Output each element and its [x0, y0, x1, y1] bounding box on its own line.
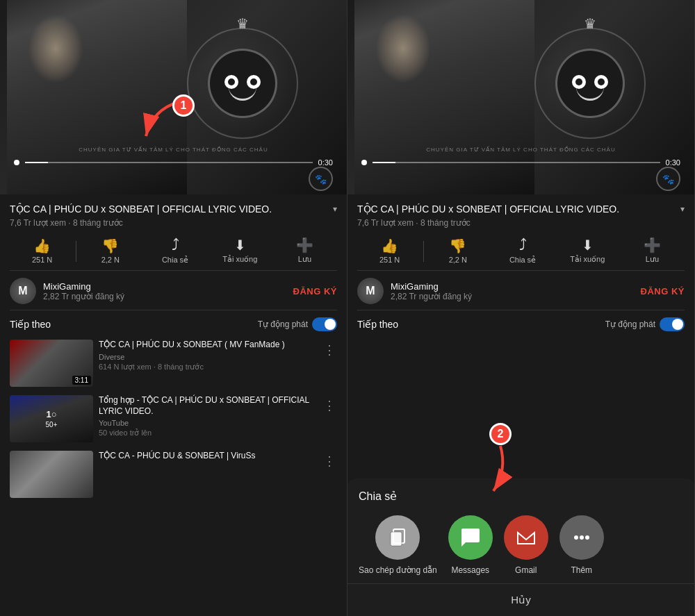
left-video-title: TỘC CA | PHÚC DU x SONBEAT | OFFICIAL LY… — [10, 203, 333, 215]
left-like-icon: 👍 — [33, 239, 51, 253]
gmail-label: Gmail — [515, 565, 537, 575]
left-watermark: CHUYÊN GIA TƯ VẤN TÂM LÝ CHO THÁT ĐỒNG C… — [79, 147, 268, 153]
left-channel-row: M MixiGaming 2,82 Tr người đăng ký ĐĂNG … — [10, 271, 337, 310]
right-video-thumbnail: ♛ CHUYÊN GIA TƯ VẤN TÂM LÝ CHO THÁT ĐỒNG… — [348, 0, 694, 194]
left-item-info-2: Tổng hợp - TỘC CA | PHÚC DU x SONBEAT | … — [99, 395, 316, 442]
left-video-meta: 7,6 Tr lượt xem · 8 tháng trước — [10, 218, 337, 228]
left-item-info-1: TỘC CA | PHÚC DU x SONBEAT ( MV FanMade … — [99, 340, 316, 387]
left-like-btn[interactable]: 👍 251 N — [10, 239, 74, 264]
left-download-icon: ⬇ — [234, 238, 246, 252]
right-dislike-label: 2,2 N — [449, 256, 467, 264]
right-watermark: CHUYÊN GIA TƯ VẤN TÂM LÝ CHO THÁT ĐỒNG C… — [426, 147, 615, 153]
left-share-btn[interactable]: ⤴ Chia sẻ — [142, 238, 207, 265]
left-save-icon: ➕ — [296, 238, 313, 252]
left-video-list: 3:11 TỘC CA | PHÚC DU x SONBEAT ( MV Fan… — [10, 335, 337, 616]
share-messages-btn[interactable]: Messages — [448, 515, 493, 575]
more-icon — [559, 515, 604, 560]
left-auto-label: Tự động phát — [258, 319, 308, 329]
right-download-btn[interactable]: ⬇ Tải xuống — [555, 238, 620, 264]
left-item-menu-1[interactable]: ⋮ — [322, 340, 337, 358]
right-autoplay-row: Tự động phát — [605, 317, 685, 331]
left-expand-btn[interactable]: ▾ — [333, 204, 337, 214]
list-item[interactable]: 3:11 TỘC CA | PHÚC DU x SONBEAT ( MV Fan… — [10, 335, 337, 391]
left-channel-avatar[interactable]: M — [10, 278, 36, 304]
right-like-btn[interactable]: 👍 251 N — [357, 239, 422, 264]
right-autoplay-toggle[interactable] — [660, 317, 685, 331]
left-save-label: Lưu — [298, 255, 311, 264]
left-item-meta-1: 614 N lượt xem · 8 tháng trước — [99, 363, 313, 372]
left-item-title-1: TỘC CA | PHÚC DU x SONBEAT ( MV FanMade … — [99, 340, 313, 351]
left-dislike-label: 2,2 N — [101, 256, 120, 264]
left-item-meta-2: 50 video trở lên — [99, 428, 313, 438]
left-item-menu-2[interactable]: ⋮ — [322, 395, 337, 413]
right-download-icon: ⬇ — [582, 238, 594, 252]
copy-icon — [375, 515, 420, 560]
right-download-label: Tải xuống — [570, 255, 605, 264]
right-expand-btn[interactable]: ▾ — [680, 204, 685, 214]
messages-icon — [448, 515, 493, 560]
right-auto-label: Tự động phát — [605, 319, 655, 329]
left-next-section: Tiếp theo Tự động phát — [10, 310, 337, 335]
right-channel-subs: 2,82 Tr người đăng ký — [391, 292, 641, 301]
right-channel-info: MixiGaming 2,82 Tr người đăng ký — [391, 281, 641, 301]
right-subscribe-btn[interactable]: ĐĂNG KÝ — [641, 286, 685, 297]
right-channel-name: MixiGaming — [391, 281, 641, 292]
right-mascot-bottom: 🐾 — [656, 167, 680, 191]
svg-rect-3 — [391, 532, 402, 546]
left-mascot-bottom: 🐾 — [309, 167, 333, 191]
right-dislike-icon: 👎 — [449, 239, 466, 253]
left-thumb-2: 1○ 50+ — [10, 395, 93, 442]
left-like-label: 251 N — [32, 256, 52, 264]
copy-label: Sao chép đường dẫn — [359, 565, 437, 575]
left-duration-1: 3:11 — [72, 376, 91, 385]
svg-point-6 — [574, 535, 578, 540]
left-autoplay-row: Tự động phát — [258, 317, 337, 331]
share-copy-btn[interactable]: Sao chép đường dẫn — [359, 515, 437, 575]
left-thumb-1: 3:11 — [10, 340, 93, 387]
left-next-label: Tiếp theo — [10, 319, 51, 330]
right-video-title: TỘC CA | PHÚC DU x SONBEAT | OFFICIAL LY… — [357, 203, 680, 215]
right-video-meta: 7,6 Tr lượt xem · 8 tháng trước — [357, 218, 685, 228]
left-autoplay-toggle[interactable] — [312, 317, 337, 331]
right-share-label: Chia sẻ — [509, 256, 536, 265]
more-label: Thêm — [571, 565, 592, 575]
left-video-thumbnail: ♛ CHUYÊN GIA TƯ VẤN TÂM LÝ CHO THÁT ĐỒNG… — [0, 0, 347, 194]
right-next-label: Tiếp theo — [357, 319, 398, 330]
left-dislike-icon: 👎 — [101, 239, 119, 253]
share-gmail-btn[interactable]: Gmail — [504, 515, 548, 575]
left-progress-bar[interactable]: 0:30 — [14, 158, 333, 167]
right-share-btn[interactable]: ⤴ Chia sẻ — [490, 238, 555, 265]
right-channel-row: M MixiGaming 2,82 Tr người đăng ký ĐĂNG … — [357, 271, 685, 310]
left-dislike-btn[interactable]: 👎 2,2 N — [78, 239, 142, 264]
left-save-btn[interactable]: ➕ Lưu — [272, 238, 337, 264]
list-item[interactable]: TỘC CA - PHÚC DU & SONBEAT | ViruSs ⋮ — [10, 447, 337, 502]
left-video-info: TỘC CA | PHÚC DU x SONBEAT | OFFICIAL LY… — [10, 194, 337, 235]
right-save-label: Lưu — [646, 255, 659, 264]
right-channel-avatar[interactable]: M — [357, 278, 384, 304]
svg-point-8 — [585, 535, 589, 540]
left-channel-info: MixiGaming 2,82 Tr người đăng ký — [43, 281, 293, 301]
right-dislike-btn[interactable]: 👎 2,2 N — [425, 239, 490, 264]
left-subscribe-btn[interactable]: ĐĂNG KÝ — [293, 286, 337, 297]
left-share-icon: ⤴ — [172, 238, 179, 253]
left-item-title-2: Tổng hợp - TỘC CA | PHÚC DU x SONBEAT | … — [99, 395, 313, 417]
left-item-menu-3[interactable]: ⋮ — [322, 451, 337, 469]
right-mascot: ♛ — [528, 14, 653, 153]
left-thumb-3 — [10, 451, 93, 498]
share-title: Chia sẻ — [348, 478, 694, 510]
right-like-label: 251 N — [379, 256, 400, 264]
right-video-info: TỘC CA | PHÚC DU x SONBEAT | OFFICIAL LY… — [357, 194, 685, 235]
left-channel-name: MixiGaming — [43, 281, 293, 292]
right-progress-bar[interactable]: 0:30 — [361, 158, 680, 167]
left-download-btn[interactable]: ⬇ Tải xuống — [208, 238, 272, 264]
left-panel: ♛ CHUYÊN GIA TƯ VẤN TÂM LÝ CHO THÁT ĐỒNG… — [0, 0, 348, 616]
left-item-channel-1: Diverse — [99, 353, 313, 361]
left-download-label: Tải xuống — [222, 255, 257, 264]
share-more-btn[interactable]: Thêm — [559, 515, 604, 575]
cancel-btn[interactable]: Hủy — [348, 583, 694, 616]
list-item[interactable]: 1○ 50+ Tổng hợp - TỘC CA | PHÚC DU x SON… — [10, 391, 337, 447]
left-item-info-3: TỘC CA - PHÚC DU & SONBEAT | ViruSs — [99, 451, 316, 498]
right-save-btn[interactable]: ➕ Lưu — [620, 238, 685, 264]
share-sheet: 2 Chia sẻ Sao c — [348, 478, 694, 616]
right-time: 0:30 — [666, 158, 680, 167]
